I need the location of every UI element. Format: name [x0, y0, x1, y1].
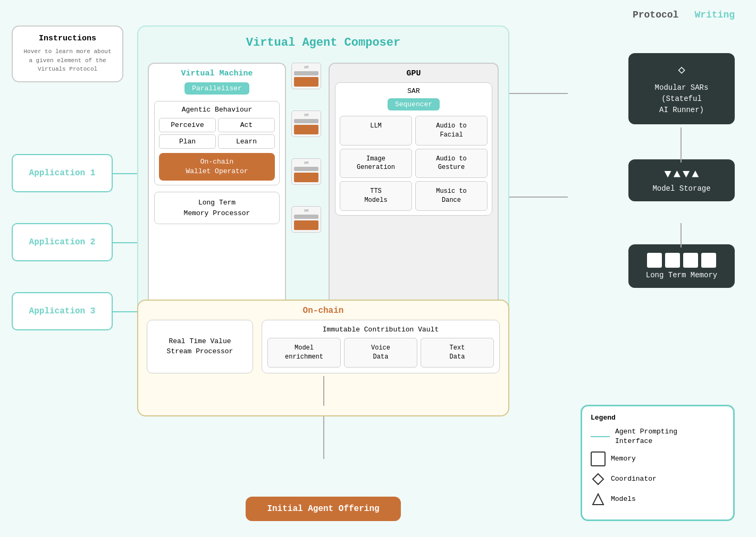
icv-box: Immutable Contribution Vault Modelenrich… [262, 320, 500, 373]
image-gen-cell: ImageGeneration [340, 149, 412, 178]
vm-label-3: VM [294, 161, 318, 165]
diamond-icon: ◇ [635, 62, 728, 79]
legend-models-icon [591, 492, 606, 507]
paralleliser-button[interactable]: Paralleliser [184, 82, 249, 95]
vm-box: Virtual Machine Paralleliser Agentic Beh… [148, 63, 286, 318]
ltm-right-box: Long Term Memory [628, 244, 735, 288]
application-3-box[interactable]: Application 3 [12, 292, 113, 330]
perceive-cell: Perceive [159, 118, 216, 132]
llm-cell: LLM [340, 116, 412, 146]
legend-box: Legend Agent PromptingInterface Memory C… [581, 405, 735, 521]
sar-grid: LLM Audio toFacial ImageGeneration Audio… [340, 116, 488, 211]
triangle-up-icon: ▲ [674, 168, 681, 181]
triangle-down-icon: ▼ [665, 168, 671, 181]
svg-marker-1 [593, 494, 603, 505]
iao-container: Initial Agent Offering [137, 497, 509, 521]
rtvsp-box: Real Time ValueStream Processor [147, 320, 253, 373]
gpu-box: GPU SAR Sequencer LLM Audio toFacial Ima… [329, 63, 499, 318]
diamond-svg [592, 473, 604, 485]
writing-label: Writing [694, 10, 735, 20]
wallet-button[interactable]: On-chainWallet Operator [159, 153, 275, 181]
perceive-grid: Perceive Act Plan Learn [159, 118, 275, 149]
agentic-section: Agentic Behaviour Perceive Act Plan Lear… [154, 101, 280, 185]
svg-marker-0 [593, 474, 603, 484]
vm-label-1: VM [294, 65, 318, 70]
header: Protocol Writing [633, 10, 735, 20]
onchain-iao-connector [323, 416, 324, 459]
gpu-title: GPU [335, 69, 492, 78]
rtvsp-text: Real Time ValueStream Processor [167, 336, 233, 357]
vm-card-1: VM [291, 63, 321, 89]
voice-data-cell: VoiceData [344, 338, 417, 368]
legend-title: Legend [591, 414, 725, 422]
app3-connector [113, 311, 137, 312]
sar-title: SAR [340, 87, 488, 95]
triangle-up2-icon: ▲ [692, 168, 699, 181]
legend-coordinator-icon [591, 472, 606, 487]
legend-item-models: Models [591, 492, 725, 507]
vm-bar-gray-2 [294, 119, 318, 123]
instructions-title: Instructions [21, 34, 114, 43]
app2-connector [113, 242, 137, 243]
ltm-square-1 [647, 253, 662, 268]
ltm-squares [635, 253, 728, 268]
ms-ltm-connector [681, 223, 682, 248]
vm-card-2: VM [291, 110, 321, 137]
legend-item-memory: Memory [591, 451, 725, 466]
application-1-label: Application 1 [29, 168, 96, 178]
learn-cell: Learn [218, 134, 275, 149]
sar-box: SAR Sequencer LLM Audio toFacial ImageGe… [335, 82, 492, 216]
legend-item-line: Agent PromptingInterface [591, 427, 725, 446]
vm-bar-orange-3 [294, 173, 318, 182]
vm-bar-orange-1 [294, 77, 318, 87]
vm-bar-gray-3 [294, 167, 318, 171]
application-3-label: Application 3 [29, 306, 96, 316]
vm-bar-orange-2 [294, 125, 318, 134]
application-1-box[interactable]: Application 1 [12, 154, 113, 192]
text-data-cell: TextData [421, 338, 494, 368]
model-storage-icons: ▼ ▲ ▼ ▲ [635, 168, 728, 181]
audio-gesture-cell: Audio toGesture [415, 149, 488, 178]
ltm-square-3 [683, 253, 698, 268]
legend-line-icon [591, 436, 610, 437]
application-2-box[interactable]: Application 2 [12, 223, 113, 261]
act-cell: Act [218, 118, 275, 132]
triangle-down2-icon: ▼ [683, 168, 690, 181]
icv-title: Immutable Contribution Vault [267, 326, 494, 334]
legend-memory-icon [591, 451, 606, 466]
triangle-svg [592, 493, 604, 506]
gpu-right-connector [509, 93, 568, 94]
vm-bar-gray-4 [294, 215, 318, 219]
iao-button[interactable]: Initial Agent Offering [246, 497, 400, 521]
legend-coordinator-label: Coordinator [611, 474, 657, 484]
sars-ms-connector [681, 127, 682, 163]
vm-label-4: VM [294, 209, 318, 213]
music-dance-cell: Music toDance [415, 181, 488, 211]
modular-sars-box: ◇ Modular SARs(StatefulAI Runner) [628, 53, 735, 124]
vm-label-2: VM [294, 113, 318, 117]
vm-title: Virtual Machine [154, 69, 280, 78]
vm-card-3: VM [291, 158, 321, 185]
app1-connector [113, 173, 137, 174]
vm-card-4: VM [291, 206, 321, 233]
ms-connector [509, 197, 568, 198]
modular-sars-text: Modular SARs(StatefulAI Runner) [635, 82, 728, 116]
main-title: Virtual Agent Composer [138, 27, 508, 49]
vm-column: VM VM VM VM [291, 63, 323, 233]
agentic-title: Agentic Behaviour [159, 106, 275, 114]
icv-grid: Modelenrichment VoiceData TextData [267, 338, 494, 368]
ltm-square-4 [701, 253, 716, 268]
legend-models-label: Models [611, 495, 636, 504]
audio-facial-cell: Audio toFacial [415, 116, 488, 146]
onchain-inner: Real Time ValueStream Processor Immutabl… [138, 320, 508, 373]
plan-cell: Plan [159, 134, 216, 149]
instructions-box: Instructions Hover to learn more about a… [12, 25, 123, 82]
model-storage-box: ▼ ▲ ▼ ▲ Model Storage [628, 159, 735, 201]
model-storage-text: Model Storage [635, 184, 728, 193]
sequencer-button[interactable]: Sequencer [388, 98, 440, 110]
ltm-right-text: Long Term Memory [635, 271, 728, 279]
legend-item-coordinator: Coordinator [591, 472, 725, 487]
ltm-text: Long TermMemory Processor [160, 198, 274, 218]
ltm-square-2 [665, 253, 680, 268]
tts-cell: TTSModels [340, 181, 412, 211]
